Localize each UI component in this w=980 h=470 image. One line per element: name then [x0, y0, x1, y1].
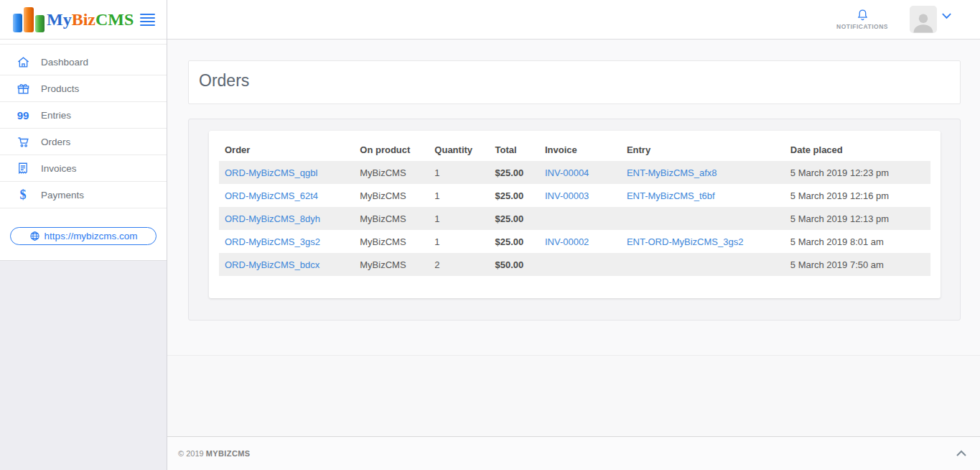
- notifications-label: NOTIFICATIONS: [836, 23, 888, 30]
- column-header-order: Order: [219, 138, 354, 161]
- sidebar-item-payments[interactable]: $ Payments: [0, 182, 167, 208]
- page-title-card: Orders: [188, 60, 961, 104]
- column-header-date: Date placed: [785, 138, 930, 161]
- table-header-row: Order On product Quantity Total Invoice …: [219, 138, 930, 161]
- logo-bar-green: [35, 15, 45, 32]
- bar-chart-logo-icon: [13, 7, 45, 32]
- product-cell: MyBizCMS: [354, 161, 429, 184]
- order-link[interactable]: ORD-MyBizCMS_62t4: [225, 190, 318, 201]
- entry-link[interactable]: ENT-MyBizCMS_afx8: [627, 167, 717, 178]
- chevron-up-icon[interactable]: [956, 450, 967, 457]
- topbar: NOTIFICATIONS: [167, 0, 980, 40]
- invoice-link[interactable]: INV-00003: [545, 190, 589, 201]
- sidebar-item-label: Entries: [41, 110, 71, 121]
- home-icon: [14, 55, 32, 69]
- sidebar-menu-area: Dashboard Products 99 Entries Orders: [0, 40, 167, 261]
- quantity-cell: 1: [429, 161, 489, 184]
- order-link[interactable]: ORD-MyBizCMS_bdcx: [225, 259, 319, 270]
- total-cell: $25.00: [490, 207, 539, 230]
- date-cell: 5 March 2019 7:50 am: [785, 253, 930, 276]
- user-menu[interactable]: [910, 6, 952, 33]
- main-column: NOTIFICATIONS Orders: [167, 0, 980, 470]
- orders-table-card: Order On product Quantity Total Invoice …: [209, 131, 941, 298]
- date-cell: 5 March 2019 12:23 pm: [785, 161, 930, 184]
- column-header-on-product: On product: [354, 138, 429, 161]
- entry-link[interactable]: ENT-MyBizCMS_t6bf: [627, 190, 715, 201]
- table-row: ORD-MyBizCMS_8dyh MyBizCMS 1 $25.00 5 Ma…: [219, 207, 930, 230]
- quantity-cell: 1: [429, 184, 489, 207]
- logo-bar-orange: [24, 7, 34, 32]
- table-row: ORD-MyBizCMS_62t4 MyBizCMS 1 $25.00 INV-…: [219, 184, 930, 207]
- chevron-down-icon: [941, 9, 952, 22]
- dollar-icon: $: [14, 188, 32, 203]
- total-cell: $25.00: [490, 230, 539, 253]
- brand-segment-cms: CMS: [95, 10, 134, 29]
- brand-wordmark: MyBizCMS: [47, 11, 134, 28]
- gift-icon: [14, 82, 32, 96]
- copyright-text: © 2019 MYBIZCMS: [178, 449, 251, 458]
- entry-link[interactable]: ENT-ORD-MyBizCMS_3gs2: [627, 236, 744, 247]
- content-area: Orders Order On product Quantity Total I…: [167, 40, 980, 355]
- 99-icon: 99: [14, 109, 32, 121]
- logo-bar-blue: [13, 14, 22, 32]
- brand-segment-biz: Biz: [72, 10, 95, 29]
- orders-table: Order On product Quantity Total Invoice …: [219, 138, 930, 276]
- order-link[interactable]: ORD-MyBizCMS_3gs2: [225, 236, 320, 247]
- lower-band: [167, 355, 980, 436]
- date-cell: 5 March 2019 12:16 pm: [785, 184, 930, 207]
- total-cell: $25.00: [490, 161, 539, 184]
- sidebar-item-label: Payments: [41, 190, 84, 201]
- bell-icon: [857, 9, 869, 21]
- quantity-cell: 1: [429, 230, 489, 253]
- product-cell: MyBizCMS: [354, 184, 429, 207]
- site-url-label: https://mybizcms.com: [45, 231, 138, 241]
- globe-icon: [29, 231, 40, 241]
- footer-brand: MYBIZCMS: [206, 449, 251, 458]
- date-cell: 5 March 2019 8:01 am: [785, 230, 930, 253]
- column-header-quantity: Quantity: [429, 138, 489, 161]
- page-title: Orders: [199, 71, 950, 91]
- column-header-invoice: Invoice: [539, 138, 621, 161]
- total-cell: $25.00: [490, 184, 539, 207]
- quantity-cell: 2: [429, 253, 489, 276]
- sidebar-item-label: Products: [41, 83, 79, 94]
- sidebar-menu: Dashboard Products 99 Entries Orders: [0, 44, 167, 208]
- invoice-link[interactable]: INV-00004: [545, 167, 589, 178]
- order-link[interactable]: ORD-MyBizCMS_8dyh: [225, 213, 320, 224]
- sidebar-item-label: Orders: [41, 137, 70, 147]
- cart-icon: [14, 135, 32, 149]
- sidebar-item-label: Invoices: [41, 163, 77, 174]
- product-cell: MyBizCMS: [354, 253, 429, 276]
- person-icon: [911, 10, 935, 33]
- column-header-entry: Entry: [621, 138, 785, 161]
- avatar: [910, 6, 937, 33]
- hamburger-menu-icon[interactable]: [140, 14, 155, 26]
- date-cell: 5 March 2019 12:13 pm: [785, 207, 930, 230]
- total-cell: $50.00: [490, 253, 539, 276]
- sidebar-item-products[interactable]: Products: [0, 75, 167, 102]
- site-url-button[interactable]: https://mybizcms.com: [10, 227, 157, 245]
- brand-segment-my: My: [47, 10, 72, 29]
- sidebar-item-orders[interactable]: Orders: [0, 129, 167, 155]
- column-header-total: Total: [490, 138, 539, 161]
- sidebar: MyBizCMS Dashboard Products 99 Entries: [0, 0, 167, 470]
- orders-panel: Order On product Quantity Total Invoice …: [188, 119, 961, 321]
- table-row: ORD-MyBizCMS_qgbl MyBizCMS 1 $25.00 INV-…: [219, 161, 930, 184]
- product-cell: MyBizCMS: [354, 230, 429, 253]
- invoice-link[interactable]: INV-00002: [545, 236, 589, 247]
- sidebar-item-invoices[interactable]: Invoices: [0, 155, 167, 182]
- invoice-icon: [14, 162, 32, 175]
- notifications-button[interactable]: NOTIFICATIONS: [833, 9, 892, 30]
- logo-area: MyBizCMS: [0, 0, 167, 40]
- product-cell: MyBizCMS: [354, 207, 429, 230]
- footer: © 2019 MYBIZCMS: [167, 436, 980, 470]
- sidebar-item-entries[interactable]: 99 Entries: [0, 102, 167, 129]
- table-row: ORD-MyBizCMS_3gs2 MyBizCMS 1 $25.00 INV-…: [219, 230, 930, 253]
- sidebar-item-label: Dashboard: [41, 57, 88, 68]
- order-link[interactable]: ORD-MyBizCMS_qgbl: [225, 167, 317, 178]
- table-row: ORD-MyBizCMS_bdcx MyBizCMS 2 $50.00 5 Ma…: [219, 253, 930, 276]
- sidebar-item-dashboard[interactable]: Dashboard: [0, 49, 167, 75]
- quantity-cell: 1: [429, 207, 489, 230]
